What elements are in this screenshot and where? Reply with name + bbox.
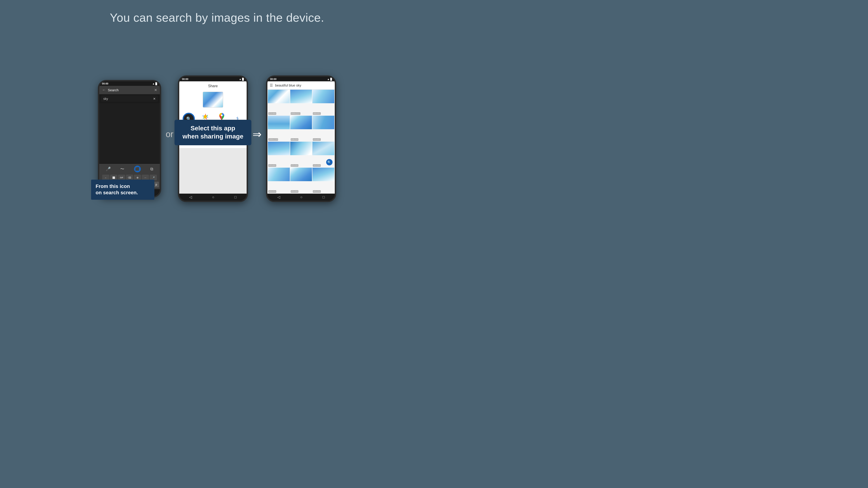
phone2-nav-home[interactable]: ○ — [212, 195, 214, 199]
phone2-nav-back[interactable]: ◁ — [189, 195, 192, 199]
back-icon[interactable]: ← — [102, 88, 106, 92]
image-search-toolbar-icon[interactable]: ⬛ — [134, 166, 141, 172]
or-connector: or — [166, 129, 174, 139]
search-close-icon[interactable]: ✕ — [154, 88, 157, 92]
wifi-icon2: ▲ — [239, 78, 241, 80]
grid-cell-3[interactable]: 800x451 — [312, 90, 334, 115]
svg-point-0 — [204, 115, 207, 118]
phone1-wrapper: 00:00 ▲ █ ← Search ✕ sky ✕ 🎤 — [98, 80, 161, 197]
hamburger-icon[interactable]: ☰ — [270, 83, 273, 88]
phone2-status-icons: ▲ █ — [239, 78, 244, 80]
phone1-status-bar: 00:00 ▲ █ — [99, 81, 160, 86]
img-label-1: 612x408 — [268, 112, 276, 115]
phone3-nav-recents[interactable]: □ — [322, 195, 325, 199]
phone1-status-icons: ▲ █ — [152, 82, 157, 85]
sky-img-1 — [268, 90, 290, 103]
phone3-nav-home[interactable]: ○ — [300, 195, 303, 199]
search-fab-button[interactable]: 🔍 — [326, 159, 333, 165]
phone2-wrapper: 00:00 ▲ █ Share 🔍 — [178, 75, 248, 202]
phone2-tooltip-text: Select this appwhen sharing image — [182, 125, 243, 140]
img-label-8: 322x200 — [291, 164, 299, 167]
phones-row: 00:00 ▲ █ ← Search ✕ sky ✕ 🎤 — [0, 33, 434, 244]
signal-icon: █ — [155, 82, 157, 85]
phone1-time: 00:00 — [102, 82, 108, 85]
sky-img-7 — [268, 142, 290, 155]
img-label-2: 2000x1217 — [291, 112, 301, 115]
keyboard-toolbar: 🎤 〜 ⬛ ⧉ — [99, 164, 160, 174]
copy-icon[interactable]: ⧉ — [150, 167, 153, 171]
key-p[interactable]: p — [154, 182, 159, 188]
mic-icon[interactable]: 🎤 — [106, 166, 111, 171]
img-label-9: 322x200 — [313, 164, 321, 167]
grid-cell-1[interactable]: 612x408 — [268, 90, 290, 115]
phone1-tooltip: From this iconon search screen. — [91, 180, 154, 200]
phone3-content: ☰ beautiful blue sky 612x408 2000x1217 — [268, 81, 335, 194]
phone2-nav-recents[interactable]: □ — [235, 195, 237, 199]
search-results-area — [99, 103, 160, 164]
share-sky-thumbnail — [203, 92, 223, 107]
phone3-time: 00:00 — [270, 78, 276, 80]
phone2-tooltip: Select this appwhen sharing image — [175, 120, 251, 145]
phone2-nav-bar: ◁ ○ □ — [179, 194, 247, 201]
grid-cell-6[interactable]: 910x607 — [312, 116, 334, 141]
search-label: Search — [108, 88, 152, 92]
img-label-7: 600x600 — [268, 164, 276, 167]
img-label-4: 1500x1125 — [268, 138, 278, 141]
phone2-status-bar: 00:00 ▲ █ — [179, 77, 247, 81]
sky-img-10 — [268, 168, 290, 181]
share-header: Share — [179, 81, 247, 90]
phone3: 00:00 ▲ █ ☰ beautiful blue sky 612x408 — [266, 75, 336, 202]
phone3-wrapper: 00:00 ▲ █ ☰ beautiful blue sky 612x408 — [266, 75, 336, 202]
arrow-connector: ⇒ — [252, 128, 261, 140]
sky-img-11 — [290, 168, 312, 181]
phone3-nav-back[interactable]: ◁ — [277, 195, 280, 199]
phone3-status-icons: ▲ █ — [327, 78, 332, 80]
img-label-6: 910x607 — [313, 138, 321, 141]
image-grid: 612x408 2000x1217 800x451 1500x1125 — [268, 89, 335, 194]
grid-cell-10[interactable]: 800x534 — [268, 168, 290, 193]
phone2-time: 00:00 — [182, 78, 188, 80]
sky-img-12 — [312, 168, 334, 181]
grid-cell-5[interactable]: 508x339 — [290, 116, 312, 141]
results-toolbar: ☰ beautiful blue sky — [268, 81, 335, 89]
svg-point-1 — [221, 115, 223, 116]
maps-icon — [218, 112, 226, 121]
phone3-nav-bar: ◁ ○ □ — [268, 194, 335, 201]
phone2-bottom-area — [179, 148, 247, 194]
sky-img-5 — [290, 116, 312, 129]
wifi-icon: ▲ — [152, 82, 155, 85]
grid-cell-2[interactable]: 2000x1217 — [290, 90, 312, 115]
search-value: sky — [103, 97, 108, 101]
signal-icon3: █ — [330, 78, 332, 80]
wifi-icon3: ▲ — [327, 78, 330, 80]
search-bar[interactable]: ← Search ✕ — [99, 86, 160, 94]
headline: You can search by images in the device. — [110, 11, 324, 24]
share-image-preview — [179, 90, 247, 109]
search-text-field[interactable]: sky ✕ — [101, 96, 158, 102]
phone1-tooltip-text: From this iconon search screen. — [96, 184, 138, 196]
trend-icon[interactable]: 〜 — [120, 166, 124, 172]
img-label-3: 800x451 — [313, 112, 321, 115]
sky-img-6 — [312, 116, 334, 129]
grid-cell-9[interactable]: 322x200 🔍 — [312, 142, 334, 167]
grid-cell-12[interactable]: 601x200 — [312, 168, 334, 193]
sky-img-2 — [290, 90, 312, 103]
grid-cell-7[interactable]: 600x600 — [268, 142, 290, 167]
img-label-10: 800x534 — [268, 190, 276, 193]
img-label-5: 508x339 — [291, 138, 299, 141]
sky-img-4 — [268, 116, 290, 129]
photos-svg — [201, 112, 209, 121]
sky-img-8 — [290, 142, 312, 155]
grid-cell-11[interactable]: 450x300 — [290, 168, 312, 193]
sky-img-9 — [312, 142, 334, 155]
grid-cell-4[interactable]: 1500x1125 — [268, 116, 290, 141]
clear-icon[interactable]: ✕ — [153, 97, 156, 101]
results-title: beautiful blue sky — [275, 84, 333, 87]
img-label-12: 601x200 — [313, 190, 321, 193]
sky-img-3 — [312, 90, 334, 103]
img-label-11: 450x300 — [291, 190, 299, 193]
maps-svg — [218, 112, 226, 121]
grid-cell-8[interactable]: 322x200 — [290, 142, 312, 167]
signal-icon2: █ — [242, 78, 244, 80]
phone3-status-bar: 00:00 ▲ █ — [268, 77, 335, 81]
